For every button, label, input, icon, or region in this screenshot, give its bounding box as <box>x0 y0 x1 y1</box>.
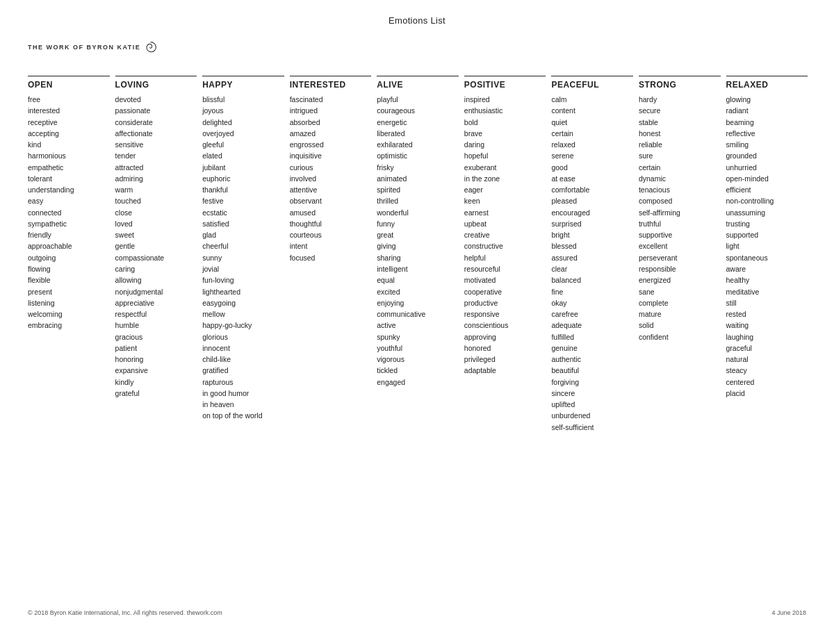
emotion-word: certain <box>639 162 721 173</box>
columns-container: OPENfreeinterestedreceptiveacceptingkind… <box>0 69 834 447</box>
emotion-word: wonderful <box>377 207 459 218</box>
emotion-word: frisky <box>377 162 459 173</box>
emotion-word: playful <box>377 94 459 105</box>
emotion-word: uplifted <box>551 399 633 410</box>
emotion-word: festive <box>202 195 284 206</box>
emotion-word: open-minded <box>726 173 808 184</box>
emotion-word: passionate <box>115 105 197 116</box>
emotion-word: harmonious <box>28 150 110 161</box>
emotion-word: surprised <box>551 218 633 229</box>
emotion-word: in the zone <box>464 173 546 184</box>
emotion-word: tenacious <box>639 184 721 195</box>
emotion-word: liberated <box>377 128 459 139</box>
emotion-word: balanced <box>551 274 633 286</box>
emotion-word: innocent <box>202 342 284 354</box>
emotion-word: animated <box>377 173 459 184</box>
emotion-word: beaming <box>726 117 808 128</box>
emotion-word: energetic <box>377 117 459 128</box>
emotion-word: jovial <box>202 263 284 274</box>
emotion-word: forgiving <box>551 377 633 388</box>
emotion-word: bright <box>551 229 633 240</box>
emotion-word: unburdened <box>551 410 633 421</box>
emotion-word: laughing <box>726 331 808 342</box>
emotion-word: enjoying <box>377 297 459 308</box>
emotion-word: efficient <box>726 184 808 195</box>
emotion-word: glad <box>202 229 284 240</box>
emotion-word: daring <box>464 139 546 150</box>
emotion-word: excellent <box>639 240 721 251</box>
emotion-word: engrossed <box>290 139 372 150</box>
emotion-word: welcoming <box>28 308 110 320</box>
emotion-word: allowing <box>115 274 197 286</box>
emotion-word: curious <box>290 162 372 173</box>
emotion-word: trusting <box>726 218 808 229</box>
emotion-word: exuberant <box>464 162 546 173</box>
emotion-word: nonjudgmental <box>115 286 197 297</box>
emotion-word: still <box>726 297 808 308</box>
emotion-word: observant <box>290 195 372 206</box>
emotion-word: amazed <box>290 128 372 139</box>
emotion-word: inspired <box>464 94 546 105</box>
emotion-word: flowing <box>28 263 110 274</box>
emotion-word: happy-go-lucky <box>202 320 284 331</box>
emotion-word: on top of the world <box>202 410 284 421</box>
emotion-word: solid <box>639 320 721 331</box>
emotion-word: compassionate <box>115 252 197 263</box>
emotion-word: calm <box>551 94 633 105</box>
emotion-word: free <box>28 94 110 105</box>
emotion-word: caring <box>115 263 197 274</box>
emotion-word: honest <box>639 128 721 139</box>
emotion-word: adequate <box>551 320 633 331</box>
emotion-word: kind <box>28 139 110 150</box>
emotion-word: content <box>551 105 633 116</box>
emotion-word: healthy <box>726 274 808 286</box>
emotion-word: clear <box>551 263 633 274</box>
emotion-word: sharing <box>377 252 459 263</box>
emotion-word: understanding <box>28 184 110 195</box>
emotion-word: excited <box>377 286 459 297</box>
emotion-word: motivated <box>464 274 546 286</box>
emotion-word: absorbed <box>290 117 372 128</box>
emotion-word: fascinated <box>290 94 372 105</box>
emotion-word: glowing <box>726 94 808 105</box>
emotion-word: thoughtful <box>290 218 372 229</box>
emotion-word: aware <box>726 263 808 274</box>
emotion-word: intelligent <box>377 263 459 274</box>
logo-area: THE WORK OF BYRON KATIE <box>0 33 834 69</box>
emotion-word: overjoyed <box>202 128 284 139</box>
emotion-word: courteous <box>290 229 372 240</box>
emotion-word: equal <box>377 274 459 286</box>
emotion-word: light <box>726 240 808 251</box>
emotion-word: involved <box>290 173 372 184</box>
column-alive: ALIVEplayfulcourageousenergeticliberated… <box>377 76 464 433</box>
emotion-word: quiet <box>551 117 633 128</box>
emotion-word: beautiful <box>551 365 633 376</box>
emotion-word: bold <box>464 117 546 128</box>
logo-swirl-icon <box>143 40 158 55</box>
emotion-word: listening <box>28 297 110 308</box>
emotion-word: keen <box>464 195 546 206</box>
emotion-word: in heaven <box>202 399 284 410</box>
emotion-word: easygoing <box>202 297 284 308</box>
emotion-word: rested <box>726 308 808 320</box>
emotion-word: non-controlling <box>726 195 808 206</box>
emotion-word: self-affirming <box>639 207 721 218</box>
emotion-word: upbeat <box>464 218 546 229</box>
emotion-word: empathetic <box>28 162 110 173</box>
emotion-word: considerate <box>115 117 197 128</box>
emotion-word: blessed <box>551 240 633 251</box>
emotion-word: meditative <box>726 286 808 297</box>
emotion-word: truthful <box>639 218 721 229</box>
emotion-word: creative <box>464 229 546 240</box>
emotion-word: helpful <box>464 252 546 263</box>
emotion-word: carefree <box>551 308 633 320</box>
emotion-word: giving <box>377 240 459 251</box>
emotion-word: attracted <box>115 162 197 173</box>
emotion-word: sweet <box>115 229 197 240</box>
emotion-word: sympathetic <box>28 218 110 229</box>
column-interested: INTERESTEDfascinatedintriguedabsorbedama… <box>290 76 377 433</box>
emotion-word: gratified <box>202 365 284 376</box>
emotion-word: grounded <box>726 150 808 161</box>
emotion-word: thankful <box>202 184 284 195</box>
emotion-word: hopeful <box>464 150 546 161</box>
